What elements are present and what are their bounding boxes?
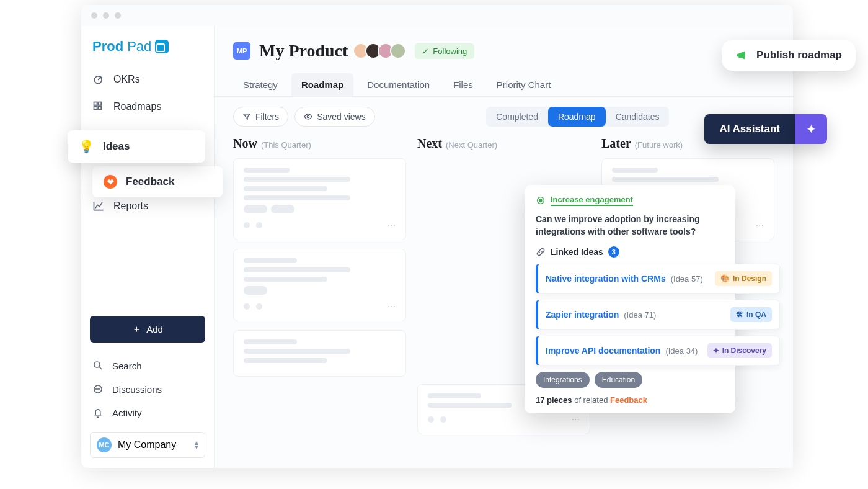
traffic-light-icon <box>115 12 121 19</box>
footer-link-label: Search <box>112 361 142 371</box>
chat-icon <box>92 384 104 395</box>
megaphone-icon <box>735 48 749 62</box>
search-icon <box>92 360 104 371</box>
company-selector[interactable]: MC My Company ▴▾ <box>90 432 205 458</box>
ai-assistant-button[interactable]: AI Assistant <box>704 114 795 144</box>
objective-label: Increase engagement <box>551 195 633 206</box>
sidebar-item-feedback[interactable]: ❤ Feedback <box>92 166 223 197</box>
sidebar-item-okrs[interactable]: OKRs <box>81 67 214 92</box>
plus-icon: ＋ <box>132 323 141 335</box>
company-name: My Company <box>118 439 176 451</box>
svg-point-10 <box>307 115 309 118</box>
sidebar-activity[interactable]: Activity <box>90 402 205 423</box>
following-badge[interactable]: ✓ Following <box>415 43 474 59</box>
svg-point-7 <box>96 389 97 390</box>
filter-icon <box>242 112 251 121</box>
tab-files[interactable]: Files <box>443 73 483 96</box>
ai-sparkle-button[interactable]: ✦ <box>795 114 827 144</box>
svg-point-9 <box>100 389 100 390</box>
pill-label: Saved views <box>317 112 366 122</box>
sidebar-item-reports[interactable]: Reports <box>81 194 214 218</box>
status-badge: 🛠In QA <box>730 307 772 322</box>
pill-label: Filters <box>255 112 279 122</box>
sidebar-search[interactable]: Search <box>90 355 205 376</box>
idea-id: (Idea 71) <box>624 310 656 320</box>
segment-completed[interactable]: Completed <box>486 107 548 127</box>
tag[interactable]: Education <box>595 372 642 388</box>
svg-rect-1 <box>94 102 97 105</box>
app-logo: ProdPad <box>92 38 214 55</box>
tools-icon: 🛠 <box>736 310 743 319</box>
linked-idea-row[interactable]: Improve API documentation (Idea 34) ✦In … <box>536 336 780 366</box>
product-title: My Product <box>259 41 348 61</box>
sidebar-item-ideas[interactable]: 💡 Ideas <box>68 130 205 163</box>
feedback-summary[interactable]: 17 pieces of related Feedback <box>536 395 724 405</box>
idea-id: (Idea 34) <box>665 346 698 356</box>
check-icon: ✓ <box>422 47 429 56</box>
svg-point-8 <box>98 389 99 390</box>
column-subtitle: (This Quarter) <box>261 140 311 150</box>
linked-ideas-count: 3 <box>608 246 619 258</box>
sidebar: ProdPad OKRs Roadmaps Reports <box>81 26 215 468</box>
segment-roadmap[interactable]: Roadmap <box>548 107 606 127</box>
sidebar-item-roadmaps[interactable]: Roadmaps <box>81 94 214 119</box>
sort-chevron-icon: ▴▾ <box>195 441 198 449</box>
column-now: Now (This Quarter) ··· ··· <box>233 137 406 449</box>
collaborator-avatars[interactable] <box>356 43 406 59</box>
tab-roadmap[interactable]: Roadmap <box>291 73 353 96</box>
roadmap-card-popover: Increase engagement Can we improve adopt… <box>525 185 735 413</box>
sparkle-icon: ✦ <box>806 122 817 137</box>
tab-documentation[interactable]: Documentation <box>357 73 440 96</box>
window-titlebar <box>81 5 793 26</box>
linked-idea-row[interactable]: Native integration with CRMs (Idea 57) 🎨… <box>536 264 780 294</box>
column-title: Next <box>417 137 442 151</box>
idea-title: Improve API documentation <box>546 346 660 356</box>
traffic-light-icon <box>91 12 97 19</box>
grid-icon <box>92 101 105 113</box>
compass-icon: ✦ <box>713 346 719 355</box>
tag[interactable]: Integrations <box>536 372 590 388</box>
logo-text-part: Pad <box>127 38 151 55</box>
roadmap-card[interactable] <box>233 330 406 377</box>
popover-question: Can we improve adoption by increasing in… <box>536 213 724 238</box>
sidebar-item-label: Reports <box>113 200 148 212</box>
column-subtitle: (Next Quarter) <box>446 140 497 150</box>
roadmap-card[interactable]: ··· <box>233 249 406 321</box>
product-tabs: Strategy Roadmap Documentation Files Pri… <box>215 61 793 97</box>
idea-title: Native integration with CRMs <box>546 274 666 284</box>
publish-roadmap-button[interactable]: Publish roadmap <box>722 40 856 71</box>
svg-rect-4 <box>98 106 101 109</box>
segment-candidates[interactable]: Candidates <box>606 107 670 127</box>
main-panel: MP My Product ✓ Following Strategy Roadm… <box>215 26 793 468</box>
footer-link-label: Activity <box>112 408 142 418</box>
avatar <box>390 43 406 59</box>
lightbulb-icon: 💡 <box>79 139 94 154</box>
tab-strategy[interactable]: Strategy <box>233 73 288 96</box>
linked-ideas-label: Linked Ideas <box>551 247 603 257</box>
saved-views-button[interactable]: Saved views <box>294 107 375 127</box>
objective-link[interactable]: Increase engagement <box>536 195 724 206</box>
svg-rect-3 <box>94 106 97 109</box>
sidebar-item-label: Feedback <box>126 176 174 188</box>
sidebar-item-label: OKRs <box>113 74 140 85</box>
column-subtitle: (Future work) <box>635 140 683 150</box>
traffic-light-icon <box>103 12 109 19</box>
sidebar-item-label: Ideas <box>103 140 130 153</box>
heart-chat-icon: ❤ <box>104 175 117 189</box>
status-badge: 🎨In Design <box>715 271 772 286</box>
target-icon <box>92 73 105 86</box>
linked-ideas-header: Linked Ideas 3 <box>536 246 724 258</box>
roadmap-card[interactable]: ··· <box>233 158 406 240</box>
column-title: Later <box>601 137 631 151</box>
logo-mark-icon <box>155 40 169 53</box>
palette-icon: 🎨 <box>720 274 730 283</box>
sidebar-discussions[interactable]: Discussions <box>90 379 205 400</box>
bell-icon <box>92 407 104 418</box>
add-button[interactable]: ＋ Add <box>90 316 205 343</box>
eye-icon <box>304 112 312 121</box>
svg-point-5 <box>94 362 100 367</box>
status-badge: ✦In Discovery <box>707 343 772 358</box>
linked-idea-row[interactable]: Zapier integration (Idea 71) 🛠In QA <box>536 300 780 330</box>
tab-priority-chart[interactable]: Priority Chart <box>487 73 561 96</box>
filters-button[interactable]: Filters <box>233 107 288 127</box>
